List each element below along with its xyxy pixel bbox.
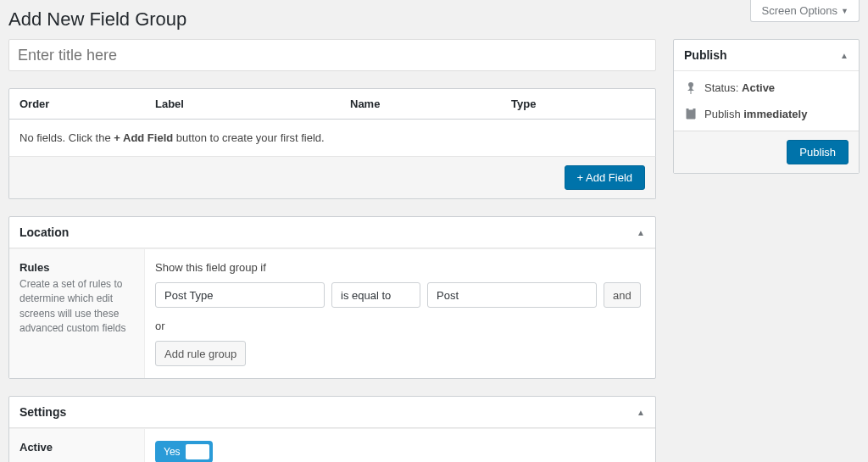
settings-box-title: Settings — [19, 405, 66, 419]
active-toggle[interactable]: Yes — [155, 441, 213, 462]
collapse-toggle-icon[interactable]: ▲ — [840, 51, 849, 60]
rule-value-select[interactable]: Post — [427, 282, 597, 308]
caret-down-icon: ▼ — [841, 7, 849, 15]
rule-line: Post Type is equal to Post and — [155, 282, 645, 308]
collapse-toggle-icon[interactable]: ▲ — [637, 408, 645, 417]
rule-operator-select[interactable]: is equal to — [331, 282, 420, 308]
active-label: Active — [19, 441, 134, 454]
publish-button[interactable]: Publish — [787, 140, 849, 164]
publish-box-title: Publish — [684, 48, 727, 62]
col-name: Name — [340, 89, 501, 119]
calendar-icon — [684, 109, 698, 120]
rules-description: Create a set of rules to determine which… — [19, 277, 134, 337]
pin-icon — [684, 82, 698, 94]
fields-empty-message: No fields. Click the + Add Field button … — [8, 120, 656, 157]
rule-caption: Show this field group if — [155, 261, 645, 274]
publish-status-line: Status: Active — [674, 75, 859, 101]
rule-and-button[interactable]: and — [604, 282, 641, 308]
toggle-knob — [186, 444, 209, 459]
settings-box: Settings ▲ Active Yes Style Standard (WP… — [8, 396, 656, 462]
add-rule-group-button[interactable]: Add rule group — [155, 341, 246, 366]
screen-options-button[interactable]: Screen Options ▼ — [750, 0, 860, 22]
title-input[interactable] — [8, 39, 656, 71]
location-box-title: Location — [19, 225, 69, 239]
rule-param-select[interactable]: Post Type — [155, 282, 325, 308]
fields-box: Order Label Name Type No fields. Click t… — [8, 88, 656, 199]
rule-or-separator: or — [155, 320, 645, 332]
location-box: Location ▲ Rules Create a set of rules t… — [8, 216, 656, 379]
col-label: Label — [145, 89, 340, 119]
rules-label: Rules — [19, 261, 134, 274]
col-order: Order — [9, 89, 145, 119]
add-field-button[interactable]: + Add Field — [565, 165, 645, 190]
publish-schedule-line: Publish immediately — [674, 101, 859, 127]
page-title: Add New Field Group — [0, 0, 868, 31]
screen-options-label: Screen Options — [761, 4, 837, 17]
fields-table-header: Order Label Name Type — [8, 88, 656, 120]
col-type: Type — [501, 89, 655, 119]
publish-box: Publish ▲ Status: Active — [673, 39, 860, 174]
collapse-toggle-icon[interactable]: ▲ — [637, 228, 645, 237]
